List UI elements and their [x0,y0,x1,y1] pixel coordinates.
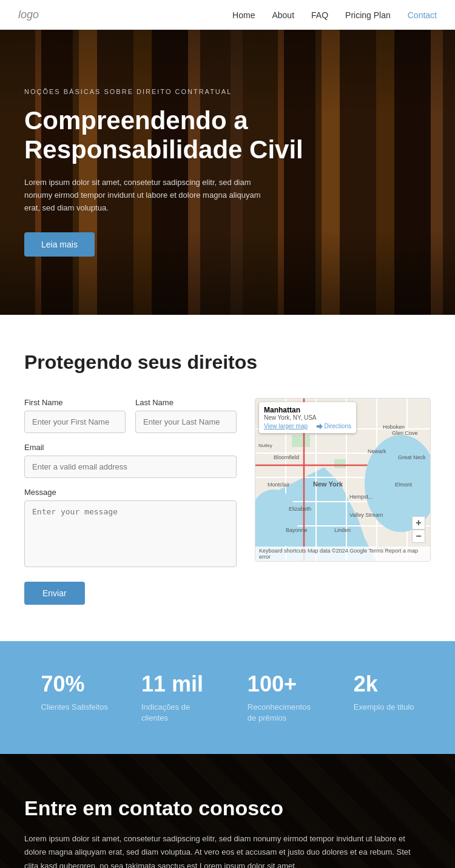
zoom-in-button[interactable]: + [412,516,425,530]
stat-label-3: Exemplo de titulo [354,702,414,713]
submit-button[interactable]: Enviar [24,582,85,605]
last-name-input[interactable] [135,411,237,433]
stat-item-0: 70% Clientes Satisfeitos [41,671,108,713]
contact-title: Entre em contato conosco [24,796,431,820]
svg-text:Elizabeth: Elizabeth [289,506,311,512]
stat-label-2: Reconhecimentos de prêmios [248,702,320,724]
stat-number-3: 2k [354,671,414,697]
last-name-group: Last Name [135,398,237,433]
svg-text:Nutley: Nutley [258,443,272,448]
form-section: Protegendo seus direitos First Name Last… [0,315,455,641]
svg-marker-34 [317,423,323,429]
stat-label-0: Clientes Satisfeitos [41,702,108,713]
svg-text:Great Neck: Great Neck [398,454,426,460]
form-section-title: Protegendo seus direitos [24,351,431,374]
svg-text:Hempst...: Hempst... [349,494,373,500]
directions-icon [317,423,323,429]
first-name-group: First Name [24,398,126,433]
stat-label-1: Indicações de clientes [141,702,214,724]
stats-section: 70% Clientes Satisfeitos 11 mil Indicaçõ… [0,641,455,754]
view-larger-map-link[interactable]: View larger map [264,423,308,429]
message-label: Message [24,488,237,497]
nav-pricing[interactable]: Pricing Plan [345,10,391,20]
logo: logo [18,8,39,21]
contact-content: Entre em contato conosco Lorem ipsum dol… [24,796,431,868]
email-group: Email [24,443,237,478]
stat-item-3: 2k Exemplo de titulo [354,671,414,713]
first-name-label: First Name [24,398,126,407]
svg-text:Newark: Newark [368,448,386,454]
map-place-name: Manhattan [264,406,351,414]
hero-section: NOÇÕES BÁSICAS SOBRE DIREITO CONTRATUAL … [0,30,455,315]
svg-rect-4 [334,459,346,468]
nav-faq[interactable]: FAQ [311,10,328,20]
map-info-box: Manhattan New York, NY, USA View larger … [259,402,356,433]
directions-link[interactable]: Directions [317,423,351,429]
stat-item-1: 11 mil Indicações de clientes [141,671,214,724]
map-controls: + − [412,516,425,543]
svg-text:Linden: Linden [334,527,351,533]
contact-section: Entre em contato conosco Lorem ipsum dol… [0,754,455,868]
map-footer-text: Keyboard shortcuts Map data ©2024 Google… [259,548,426,560]
hero-content: NOÇÕES BÁSICAS SOBRE DIREITO CONTRATUAL … [0,88,328,257]
hero-title: Compreendendo a Responsabilidade Civil [24,106,303,165]
map-visual: New York Newark Hoboken Elizabeth Bayonn… [255,399,430,561]
stat-number-2: 100+ [248,671,320,697]
svg-text:Glen Cove: Glen Cove [392,430,418,436]
form-map-row: First Name Last Name Email Message Envia… [24,398,431,605]
message-textarea[interactable] [24,500,237,567]
hero-cta-button[interactable]: Leia mais [24,232,95,257]
svg-text:Elmont: Elmont [395,482,413,488]
hero-description: Lorem ipsum dolor sit amet, consetetur s… [24,177,267,214]
nav-links: Home About FAQ Pricing Plan Contact [232,10,437,20]
svg-text:Bloomfield: Bloomfield [274,454,299,460]
email-input[interactable] [24,456,237,478]
svg-rect-3 [292,435,310,447]
first-name-input[interactable] [24,411,126,433]
stat-number-1: 11 mil [141,671,214,697]
map-footer: Keyboard shortcuts Map data ©2024 Google… [255,547,430,561]
svg-text:Montclair: Montclair [268,482,290,488]
nav-contact[interactable]: Contact [408,10,437,20]
nav-about[interactable]: About [272,10,294,20]
stat-item-2: 100+ Reconhecimentos de prêmios [248,671,320,724]
map-place-sub: New York, NY, USA [264,414,351,421]
svg-text:Hoboken: Hoboken [383,424,405,430]
name-row: First Name Last Name [24,398,237,433]
hero-eyebrow: NOÇÕES BÁSICAS SOBRE DIREITO CONTRATUAL [24,88,303,95]
nav-home[interactable]: Home [232,10,255,20]
stat-number-0: 70% [41,671,108,697]
contact-form: First Name Last Name Email Message Envia… [24,398,237,605]
email-label: Email [24,443,237,452]
zoom-out-button[interactable]: − [412,530,425,543]
svg-text:New York: New York [313,480,343,488]
svg-text:Bayonne: Bayonne [286,527,308,533]
svg-text:Valley Stream: Valley Stream [349,512,383,518]
navigation: logo Home About FAQ Pricing Plan Contact [0,0,455,30]
message-group: Message [24,488,237,567]
contact-description: Lorem ipsum dolor sit amet, consetetur s… [24,832,419,868]
map-container: New York Newark Hoboken Elizabeth Bayonn… [255,398,431,562]
last-name-label: Last Name [135,398,237,407]
